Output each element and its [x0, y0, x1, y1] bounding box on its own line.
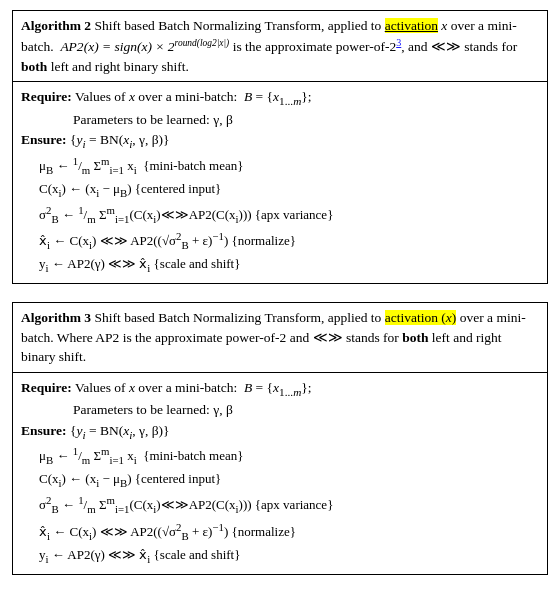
algo3-line-2: C(xi) ← (xi − μB) {centered input}: [39, 469, 539, 492]
algorithm-2-box: Algorithm 2 Shift based Batch Normalizin…: [12, 10, 548, 284]
algo2-line-3: σ2B ← 1/m Σmi=1(C(xi)≪≫AP2(C(xi))) {apx …: [39, 202, 539, 228]
algo2-require-params: Parameters to be learned: γ, β: [73, 112, 233, 127]
algo2-require: Require: Values of x over a mini-batch: …: [21, 87, 539, 110]
algo2-ensure-text: {yi = BN(xi, γ, β)}: [70, 132, 170, 147]
algo3-require: Require: Values of x over a mini-batch: …: [21, 378, 539, 401]
algo2-line-2: C(xi) ← (xi − μB) {centered input}: [39, 179, 539, 202]
algo3-require-line2: Parameters to be learned: γ, β: [21, 400, 539, 420]
algo3-require-label: Require:: [21, 380, 72, 395]
algo2-line-4: x̂i ← C(xi) ≪≫ AP2((√σ2B + ε)−1) {normal…: [39, 228, 539, 254]
algo3-code-lines: μB ← 1/m Σmi=1 xi {mini-batch mean} C(xi…: [21, 443, 539, 568]
algo2-code-lines: μB ← 1/m Σmi=1 xi {mini-batch mean} C(xi…: [21, 153, 539, 278]
algo3-line-1: μB ← 1/m Σmi=1 xi {mini-batch mean}: [39, 443, 539, 469]
algo2-activation-highlight: activation: [385, 18, 438, 33]
algo3-activation-highlight: activation (x): [385, 310, 457, 325]
algo3-ensure-text: {yi = BN(xi, γ, β)}: [70, 423, 170, 438]
algorithm-3-box: Algorithm 3 Shift based Batch Normalizin…: [12, 302, 548, 575]
algo2-line-5: yi ← AP2(γ) ≪≫ x̂i {scale and shift}: [39, 254, 539, 277]
algorithm-2-body: Require: Values of x over a mini-batch: …: [13, 82, 547, 283]
algo3-ensure-label: Ensure:: [21, 423, 67, 438]
algo3-title-text: Shift based Batch Normalizing Transform,…: [21, 310, 526, 364]
algo2-var-x: x: [441, 18, 447, 33]
algo2-require-label: Require:: [21, 89, 72, 104]
algo2-require-line2: Parameters to be learned: γ, β: [21, 110, 539, 130]
algo2-title-text: Shift based Batch Normalizing Transform,…: [21, 18, 517, 74]
algo3-number: Algorithm 3: [21, 310, 91, 325]
algo2-line-1: μB ← 1/m Σmi=1 xi {mini-batch mean}: [39, 153, 539, 179]
algo2-ensure-label: Ensure:: [21, 132, 67, 147]
algo3-bold-both: both: [402, 330, 428, 345]
algo3-ensure: Ensure: {yi = BN(xi, γ, β)}: [21, 421, 539, 444]
algo3-line-5: yi ← AP2(γ) ≪≫ x̂i {scale and shift}: [39, 545, 539, 568]
algo3-require-text: Values of x over a mini-batch: B = {x1..…: [75, 380, 312, 395]
algo3-line-4: x̂i ← C(xi) ≪≫ AP2((√σ2B + ε)−1) {normal…: [39, 519, 539, 545]
algo2-require-text: Values of x over a mini-batch: B = {x1..…: [75, 89, 312, 104]
algorithm-2-header: Algorithm 2 Shift based Batch Normalizin…: [13, 11, 547, 82]
algorithm-3-body: Require: Values of x over a mini-batch: …: [13, 373, 547, 574]
algorithm-3-header: Algorithm 3 Shift based Batch Normalizin…: [13, 303, 547, 373]
algo2-ap2-formula: AP2(x) = sign(x) × 2round(log2|x|): [60, 39, 229, 54]
algo2-bold-both: both: [21, 59, 47, 74]
algo2-ensure: Ensure: {yi = BN(xi, γ, β)}: [21, 130, 539, 153]
algo3-require-params: Parameters to be learned: γ, β: [73, 402, 233, 417]
algo3-line-3: σ2B ← 1/m Σmi=1(C(xi)≪≫AP2(C(xi))) {apx …: [39, 492, 539, 518]
algo2-footnote: 3: [396, 37, 401, 48]
algo2-number: Algorithm 2: [21, 18, 91, 33]
